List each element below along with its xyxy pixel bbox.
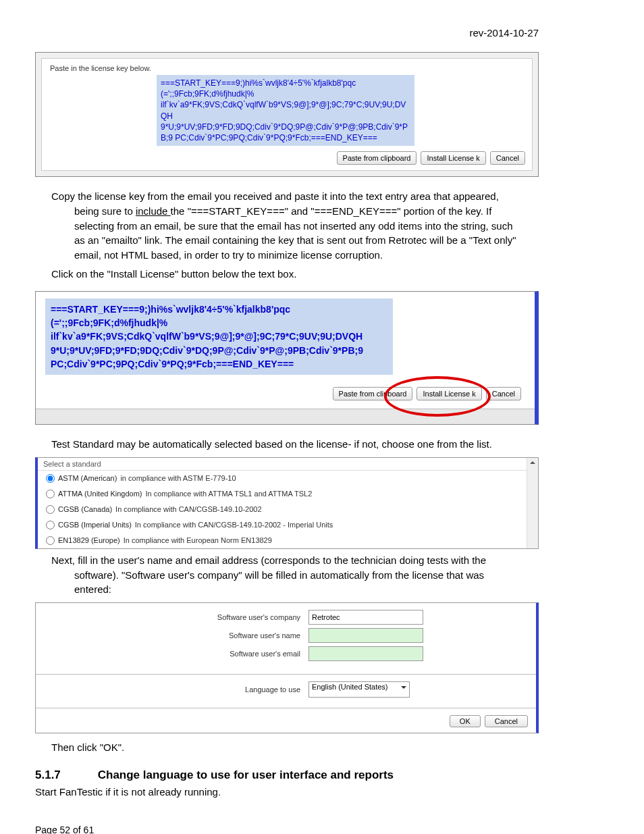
standards-dialog: Select a standard ASTM (American) in com…	[35, 457, 539, 549]
instruction-copy-key: Copy the license key from the email you …	[51, 189, 522, 263]
instruction-test-standard: Test Standard may be automatically selec…	[51, 437, 522, 452]
chevron-down-icon	[401, 686, 406, 689]
standard-desc: In compliance with European Norm EN13829	[124, 536, 272, 544]
text-include-underline: include	[136, 205, 171, 217]
row-company: Software user's company	[63, 610, 509, 625]
vertical-scrollbar[interactable]	[527, 458, 538, 548]
page-number: Page 52 of 61	[35, 825, 539, 834]
license-dialog-2: ===START_KEY===9;)hi%s`wvljk8'4÷5'%`kfja…	[35, 291, 539, 425]
ok-cancel-row: OK Cancel	[36, 711, 536, 733]
license-dialog-1: Paste in the license key below. ===START…	[35, 52, 539, 177]
page-footer: Page 52 of 61 ©Retrotec Inc. 2011-2014	[35, 825, 539, 834]
standard-desc: In compliance with CAN/CGSB-149.10-2002	[115, 505, 261, 513]
dialog-inner: Paste in the license key below. ===START…	[41, 58, 533, 171]
instruction-click-install: Click on the "Install License" button be…	[51, 267, 522, 282]
heading-number: 5.1.7	[35, 768, 95, 782]
section-heading: 5.1.7 Change language to use for user in…	[35, 768, 539, 782]
input-email[interactable]	[308, 646, 423, 661]
cancel-button[interactable]: Cancel	[485, 715, 528, 727]
user-form-dialog: Software user's company Software user's …	[35, 602, 539, 733]
revision-header: rev-2014-10-27	[35, 27, 539, 38]
paste-clipboard-button-2[interactable]: Paste from clipboard	[333, 387, 413, 400]
standard-option[interactable]: ASTM (American) in compliance with ASTM …	[38, 471, 538, 486]
install-license-button[interactable]: Install License k	[421, 151, 485, 165]
standard-name: ATTMA (United Kingdom)	[58, 490, 142, 498]
select-value: English (United States)	[312, 683, 388, 691]
standard-name: EN13829 (Europe)	[58, 536, 120, 544]
instruction-start-fantestic: Start FanTestic if it is not already run…	[35, 786, 539, 798]
select-language[interactable]: English (United States)	[308, 681, 410, 698]
license-key-text-2[interactable]: ===START_KEY===9;)hi%s`wvljk8'4÷5'%`kfja…	[45, 298, 393, 375]
radio-input[interactable]	[46, 521, 55, 529]
cancel-button-2[interactable]: Cancel	[486, 387, 521, 400]
divider	[36, 674, 536, 675]
standard-name: ASTM (American)	[58, 474, 117, 482]
license-key-text[interactable]: ===START_KEY===9;)hi%s`wvljk8'4÷5'%`kfja…	[157, 75, 414, 146]
label-email: Software user's email	[230, 650, 300, 658]
standard-option[interactable]: EN13829 (Europe) In compliance with Euro…	[38, 533, 538, 548]
instruction-click-ok: Then click "OK".	[51, 740, 522, 755]
form-section-user: Software user's company Software user's …	[36, 603, 536, 671]
paste-clipboard-button[interactable]: Paste from clipboard	[337, 151, 417, 165]
radio-input[interactable]	[46, 536, 55, 545]
scroll-up-arrow-icon	[530, 461, 535, 464]
label-name: Software user's name	[229, 631, 300, 640]
grey-strip	[36, 409, 535, 424]
heading-title: Change language to use for user interfac…	[98, 768, 394, 781]
standard-desc: in compliance with ASTM E-779-10	[120, 474, 236, 482]
ok-button[interactable]: OK	[450, 715, 481, 727]
instruction-fill-user: Next, fill in the user's name and email …	[51, 553, 522, 597]
button-row-2: Paste from clipboard Install License k C…	[36, 379, 535, 409]
input-name[interactable]	[308, 628, 423, 643]
radio-input[interactable]	[46, 490, 55, 498]
row-email: Software user's email	[63, 646, 509, 661]
select-standard-header: Select a standard	[38, 458, 538, 471]
row-name: Software user's name	[63, 628, 509, 643]
standard-option[interactable]: CGSB (Canada) In compliance with CAN/CGS…	[38, 502, 538, 517]
divider	[36, 708, 536, 708]
standard-option[interactable]: ATTMA (United Kingdom) In compliance wit…	[38, 486, 538, 502]
radio-input[interactable]	[46, 474, 55, 483]
form-section-lang: Language to use English (United States)	[36, 677, 536, 705]
install-license-button-2[interactable]: Install License k	[417, 387, 481, 400]
standard-desc: In compliance with ATTMA TSL1 and ATTMA …	[146, 490, 313, 498]
standard-name: CGSB (Imperial Units)	[58, 521, 132, 529]
standard-desc: In compliance with CAN/CGSB-149.10-2002 …	[135, 521, 333, 529]
button-row: Paste from clipboard Install License k C…	[49, 151, 525, 165]
radio-input[interactable]	[46, 505, 55, 514]
standard-option[interactable]: CGSB (Imperial Units) In compliance with…	[38, 517, 538, 533]
paste-instruction: Paste in the license key below.	[49, 64, 525, 72]
cancel-button[interactable]: Cancel	[490, 151, 525, 165]
label-company: Software user's company	[217, 613, 300, 621]
standard-name: CGSB (Canada)	[58, 505, 112, 513]
label-language: Language to use	[245, 685, 300, 694]
input-company[interactable]	[308, 610, 423, 625]
row-language: Language to use English (United States)	[63, 681, 509, 698]
